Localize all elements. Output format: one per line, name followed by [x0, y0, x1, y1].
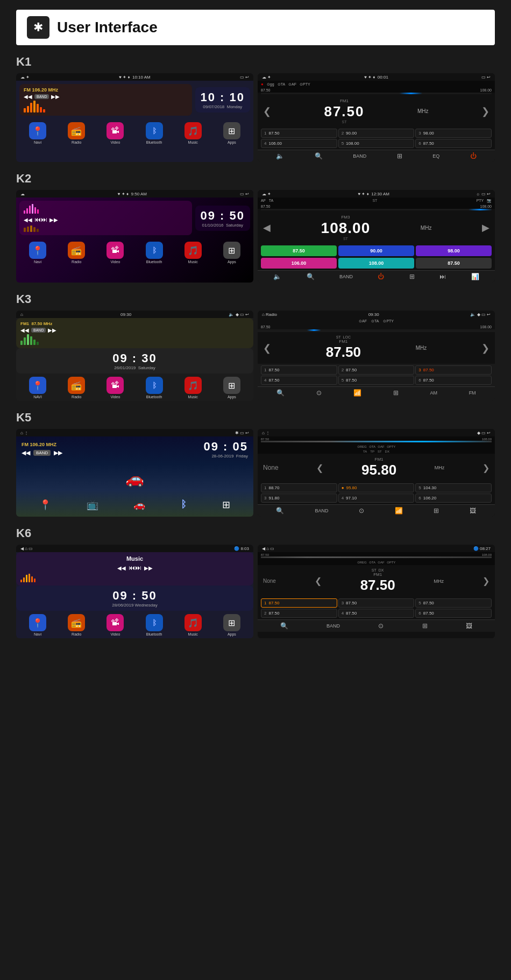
k2-ctrl-chart[interactable]: 📊: [471, 273, 479, 280]
k6-ctrl-image[interactable]: 🖼: [466, 622, 472, 630]
k2-preset-4[interactable]: 106.00: [261, 258, 337, 269]
k1-music-icon[interactable]: 🎵 Music: [184, 122, 202, 144]
k1-radio-icon[interactable]: 📻 Radio: [68, 122, 85, 144]
k6-apps-icon[interactable]: ⊞ Apps: [223, 614, 240, 636]
k6-radio-icon[interactable]: 📻 Radio: [68, 614, 85, 636]
k6-next-btn[interactable]: ▶▶: [144, 565, 153, 571]
k1-band-btn[interactable]: BAND: [34, 94, 49, 99]
k5-apps-icon[interactable]: ⊞: [222, 499, 230, 511]
k1-ctrl-search[interactable]: 🔍: [315, 152, 323, 160]
k6-ctrl-grid[interactable]: ⊞: [422, 622, 428, 630]
k3-preset-4[interactable]: 487.50: [261, 376, 337, 385]
k2-preset-3[interactable]: 98.00: [416, 245, 492, 256]
k6-preset-1[interactable]: 187.50: [261, 598, 337, 608]
k3-ctrl-am[interactable]: AM: [430, 390, 437, 396]
k2-preset-1[interactable]: 87.50: [261, 245, 337, 256]
k6-skip-btn[interactable]: ⏮⏭: [129, 564, 141, 572]
k3-preset-6[interactable]: 687.50: [415, 376, 492, 385]
k2-apps-icon[interactable]: ⊞ Apps: [223, 242, 240, 264]
k3-ctrl-search[interactable]: 🔍: [276, 389, 285, 397]
k5-ctrl-image[interactable]: 🖼: [470, 507, 476, 514]
k5-tv-icon[interactable]: 📺: [87, 499, 98, 511]
k6-ctrl-link[interactable]: ⊙: [378, 622, 384, 630]
k1-next-arrow[interactable]: ❯: [481, 105, 489, 117]
k6-music-icon[interactable]: 🎵 Music: [184, 614, 202, 636]
k6-video-icon[interactable]: 📽 Video: [107, 614, 124, 636]
k3-band-btn[interactable]: BAND: [31, 328, 46, 333]
k6-navi-icon[interactable]: 📍 Navi: [29, 614, 46, 636]
k3-next-arrow[interactable]: ❯: [481, 342, 489, 354]
k1-video-icon[interactable]: 📽 Video: [107, 122, 124, 144]
k5-ctrl-grid[interactable]: ⊞: [434, 507, 439, 514]
k2-ctrl-band[interactable]: BAND: [339, 274, 353, 279]
k6-preset-3[interactable]: 387.50: [338, 598, 415, 608]
k2-bluetooth-icon[interactable]: ᛒ Bluetooth: [146, 242, 163, 264]
k3-video-icon[interactable]: 📽 Video: [107, 377, 124, 399]
k6-prev-btn[interactable]: ◀◀: [117, 565, 126, 571]
k5-preset-6[interactable]: 6106.20: [415, 493, 492, 503]
k3-preset-1[interactable]: 187.50: [261, 365, 337, 375]
k6-preset-2[interactable]: 287.50: [261, 609, 337, 618]
k5-ctrl-band[interactable]: BAND: [315, 508, 328, 513]
k3-ctrl-link[interactable]: ⊙: [316, 389, 322, 397]
k5-prev-arrow[interactable]: ❮: [316, 463, 323, 473]
k2-video-icon[interactable]: 📽 Video: [107, 242, 124, 264]
k6-ctrl-band[interactable]: BAND: [327, 623, 340, 629]
k3-bluetooth-icon[interactable]: ᛒ Bluetooth: [146, 377, 163, 399]
k5-next-arrow[interactable]: ❯: [482, 463, 489, 473]
k3-navi-icon[interactable]: 📍 NAVI: [29, 377, 46, 399]
k5-preset-3[interactable]: 391.80: [261, 493, 337, 503]
k5-ctrl-signal[interactable]: 📶: [395, 507, 403, 514]
k2-ctrl-grid[interactable]: ⊞: [409, 273, 415, 280]
k1-ctrl-eq[interactable]: EQ: [432, 153, 439, 159]
k1-preset-6[interactable]: 687.50: [415, 139, 492, 148]
k2-ctrl-power[interactable]: ⏻: [378, 273, 384, 280]
k1-ctrl-power[interactable]: ⏻: [470, 152, 477, 160]
k5-preset-2[interactable]: ●95.80: [338, 483, 415, 492]
k3-preset-2[interactable]: 287.50: [338, 365, 415, 375]
k5-ctrl-search[interactable]: 🔍: [276, 507, 284, 514]
k2-music-icon[interactable]: 🎵 Music: [184, 242, 202, 264]
k3-apps-icon[interactable]: ⊞ Apps: [223, 377, 240, 399]
k5-navi-icon[interactable]: 📍: [39, 499, 51, 511]
k1-ctrl-volume[interactable]: 🔈: [276, 152, 284, 160]
k1-ctrl-band[interactable]: BAND: [353, 153, 366, 159]
k5-preset-5[interactable]: 5104.30: [415, 483, 492, 492]
k1-preset-1[interactable]: 187.50: [261, 129, 337, 138]
k5-preset-1[interactable]: 188.70: [261, 483, 337, 492]
k2-prev-arrow[interactable]: ◀: [263, 222, 271, 234]
k1-preset-3[interactable]: 398.00: [415, 129, 492, 138]
k3-prev-arrow[interactable]: ❮: [263, 342, 271, 354]
k3-radio-icon[interactable]: 📻 Radio: [68, 377, 85, 399]
k5-preset-4[interactable]: 497.10: [338, 493, 415, 503]
k3-preset-3[interactable]: 387.50: [415, 365, 492, 375]
k1-preset-2[interactable]: 290.00: [338, 129, 415, 138]
k5-ctrl-link[interactable]: ⊙: [359, 507, 364, 514]
k3-ctrl-grid[interactable]: ⊞: [393, 389, 399, 397]
k1-preset-4[interactable]: 4106.00: [261, 139, 337, 148]
k1-preset-5[interactable]: 5108.00: [338, 139, 415, 148]
k2-preset-6[interactable]: 87.50: [416, 258, 492, 269]
k6-preset-6[interactable]: 687.50: [415, 609, 492, 618]
k6-preset-4[interactable]: 487.50: [338, 609, 415, 618]
k3-preset-5[interactable]: 587.50: [338, 376, 415, 385]
k1-ctrl-grid[interactable]: ⊞: [397, 152, 402, 160]
k2-ctrl-skip[interactable]: ⏭: [439, 273, 446, 280]
k3-ctrl-signal[interactable]: 📶: [353, 389, 361, 397]
k2-radio-icon[interactable]: 📻 Radio: [68, 242, 85, 264]
k6-next-arrow[interactable]: ❯: [482, 576, 489, 586]
k6-prev-arrow[interactable]: ❮: [315, 576, 322, 586]
k2-next-arrow[interactable]: ▶: [482, 222, 489, 234]
k5-band-btn[interactable]: BAND: [33, 450, 51, 456]
k2-preset-2[interactable]: 90.00: [338, 245, 414, 256]
k6-ctrl-search[interactable]: 🔍: [280, 622, 288, 630]
k1-apps-icon[interactable]: ⊞ Apps: [223, 122, 240, 144]
k1-bluetooth-icon[interactable]: ᛒ Bluetooth: [146, 122, 163, 144]
k6-bluetooth-icon[interactable]: ᛒ Bluetooth: [146, 614, 163, 636]
k1-navi-icon[interactable]: 📍 Navi: [29, 122, 46, 144]
k1-prev-arrow[interactable]: ❮: [263, 105, 271, 117]
k5-bt-icon[interactable]: ᛒ: [181, 499, 187, 511]
k3-ctrl-fm[interactable]: FM: [469, 390, 476, 396]
k6-preset-5[interactable]: 587.50: [415, 598, 492, 608]
k2-ctrl-search[interactable]: 🔍: [307, 273, 315, 280]
